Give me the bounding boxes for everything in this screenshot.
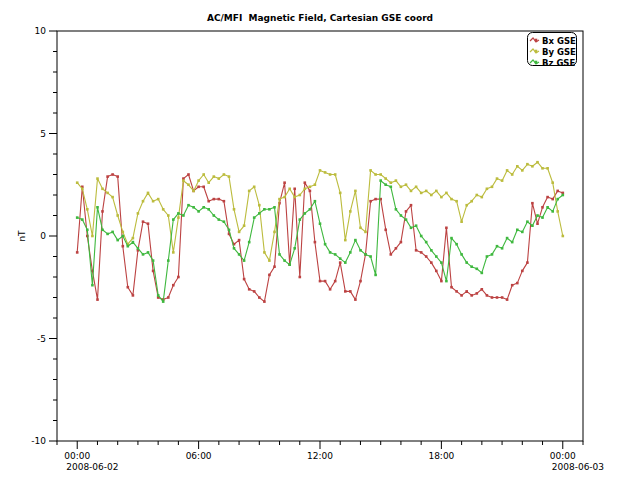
data-point-marker xyxy=(96,206,99,209)
data-point-marker xyxy=(101,188,104,191)
data-point-marker xyxy=(299,276,302,279)
x-tick-date-label: 2008-06-03 xyxy=(552,462,604,472)
x-tick-label: 12:00 xyxy=(307,451,333,461)
plot-window: AC/MFI Magnetic Field, Cartesian GSE coo… xyxy=(0,0,640,480)
data-point-marker xyxy=(395,208,398,211)
data-point-marker xyxy=(288,188,291,191)
data-point-marker xyxy=(339,257,342,260)
data-point-marker xyxy=(142,220,145,223)
data-point-marker xyxy=(430,261,433,264)
data-point-marker xyxy=(268,274,271,277)
data-point-marker xyxy=(344,261,347,264)
data-point-marker xyxy=(359,280,362,283)
data-point-marker xyxy=(309,190,312,193)
data-point-marker xyxy=(425,241,428,244)
data-point-marker xyxy=(283,259,286,262)
data-point-marker xyxy=(263,208,266,211)
data-point-marker xyxy=(481,272,484,275)
data-point-marker xyxy=(374,173,377,176)
data-point-marker xyxy=(253,186,256,189)
data-point-marker xyxy=(283,196,286,199)
data-point-marker xyxy=(293,196,296,199)
data-point-marker xyxy=(440,261,443,264)
data-point-marker xyxy=(430,249,433,252)
series-bz-gse xyxy=(76,179,564,303)
data-point-marker xyxy=(127,286,130,289)
data-point-marker xyxy=(116,239,119,242)
data-point-marker xyxy=(218,198,221,201)
data-point-marker xyxy=(425,255,428,258)
data-point-marker xyxy=(465,261,468,264)
data-point-marker xyxy=(319,280,322,283)
by-marker-icon xyxy=(535,50,538,53)
data-point-marker xyxy=(374,198,377,201)
data-point-marker xyxy=(506,298,509,301)
data-point-marker xyxy=(546,196,549,199)
data-point-marker xyxy=(228,175,231,178)
data-point-marker xyxy=(147,222,150,225)
data-point-marker xyxy=(476,292,479,295)
data-point-marker xyxy=(122,231,125,234)
data-point-marker xyxy=(283,181,286,184)
data-point-marker xyxy=(384,183,387,186)
data-point-marker xyxy=(182,179,185,182)
data-point-marker xyxy=(329,251,332,254)
data-point-marker xyxy=(476,194,479,197)
data-point-marker xyxy=(470,200,473,203)
data-point-marker xyxy=(86,208,89,211)
plot-border xyxy=(57,31,583,441)
data-point-marker xyxy=(157,294,160,297)
data-point-marker xyxy=(354,239,357,242)
data-point-marker xyxy=(501,179,504,182)
data-point-marker xyxy=(304,181,307,184)
data-point-marker xyxy=(177,212,180,215)
data-point-marker xyxy=(460,253,463,256)
data-point-marker xyxy=(562,235,565,238)
data-point-marker xyxy=(324,243,327,246)
data-point-marker xyxy=(354,190,357,193)
data-point-marker xyxy=(111,173,114,176)
data-point-marker xyxy=(299,194,302,197)
data-point-marker xyxy=(420,251,423,254)
y-tick-label: -10 xyxy=(31,436,46,446)
data-point-marker xyxy=(319,169,322,172)
data-point-marker xyxy=(430,194,433,197)
data-point-marker xyxy=(167,214,170,217)
data-point-marker xyxy=(157,198,160,201)
data-point-marker xyxy=(127,245,130,248)
data-point-marker xyxy=(324,171,327,174)
data-point-marker xyxy=(238,239,241,242)
bz-marker-icon xyxy=(535,61,538,64)
data-point-marker xyxy=(223,220,226,223)
data-point-marker xyxy=(111,196,114,199)
data-point-marker xyxy=(556,190,559,193)
data-point-marker xyxy=(101,210,104,213)
data-point-marker xyxy=(304,188,307,191)
legend[interactable]: Bx GSE By GSE Bz GSE xyxy=(528,33,577,68)
data-point-marker xyxy=(223,200,226,203)
data-point-marker xyxy=(172,284,175,287)
data-point-marker xyxy=(273,265,276,268)
data-point-marker xyxy=(263,251,266,254)
data-point-marker xyxy=(162,300,165,303)
data-point-marker xyxy=(187,204,190,207)
data-point-marker xyxy=(122,235,125,238)
data-point-marker xyxy=(106,233,109,236)
data-point-marker xyxy=(238,253,241,256)
data-point-marker xyxy=(76,216,79,219)
data-point-marker xyxy=(521,270,524,273)
data-point-marker xyxy=(369,169,372,172)
data-point-marker xyxy=(481,288,484,291)
data-point-marker xyxy=(329,288,332,291)
data-point-marker xyxy=(349,251,352,254)
data-point-marker xyxy=(96,298,99,301)
data-point-marker xyxy=(253,216,256,219)
data-point-marker xyxy=(202,173,205,176)
plot-canvas[interactable]: AC/MFI Magnetic Field, Cartesian GSE coo… xyxy=(0,0,640,480)
data-point-marker xyxy=(455,290,458,293)
data-point-marker xyxy=(486,255,489,258)
data-point-marker xyxy=(91,284,94,287)
data-point-marker xyxy=(162,208,165,211)
y-axis-unit-label: nT xyxy=(17,230,27,242)
data-point-marker xyxy=(207,181,210,184)
